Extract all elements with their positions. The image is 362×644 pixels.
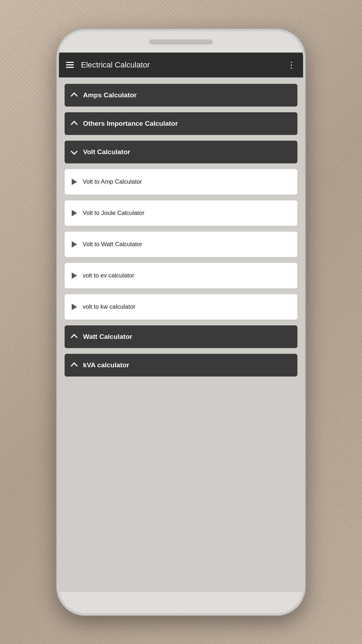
volt-to-kw-item[interactable]: volt to kw calculator (65, 294, 297, 320)
phone-frame: Electrical Calculator ⋮ Amps Calculator … (57, 29, 305, 615)
volt-to-amp-item[interactable]: Volt to Amp Calculator (65, 169, 297, 195)
scroll-content: Amps Calculator Others Importance Calcul… (59, 77, 303, 592)
play-icon (72, 241, 77, 248)
play-icon (72, 210, 77, 216)
chevron-down-icon (71, 148, 78, 155)
play-icon (72, 179, 77, 185)
kva-calculator-header[interactable]: kVA calculator (65, 354, 297, 377)
volt-calculator-header[interactable]: Volt Calculator (65, 141, 297, 163)
watt-calculator-header[interactable]: Watt Calculator (65, 325, 297, 348)
chevron-up-icon (71, 92, 78, 99)
amps-calculator-label: Amps Calculator (83, 91, 290, 99)
volt-to-joule-item[interactable]: Volt to Joule Calculator (65, 200, 297, 226)
volt-to-watt-item[interactable]: Volt to Watt Calculator (65, 232, 297, 257)
play-icon (72, 272, 77, 279)
phone-top (59, 31, 303, 53)
volt-to-amp-label: Volt to Amp Calculator (83, 178, 142, 185)
kva-calculator-label: kVA calculator (83, 361, 290, 369)
volt-calculator-label: Volt Calculator (83, 148, 290, 156)
phone-bottom (59, 592, 303, 613)
volt-to-joule-label: Volt to Joule Calculator (83, 210, 144, 217)
app-title: Electrical Calculator (81, 60, 287, 70)
more-options-icon[interactable]: ⋮ (287, 60, 296, 70)
chevron-up-icon (71, 362, 78, 369)
volt-to-watt-label: Volt to Watt Calculator (83, 241, 142, 248)
play-icon (72, 304, 77, 310)
hamburger-menu-icon[interactable] (66, 62, 74, 68)
watt-calculator-label: Watt Calculator (83, 333, 290, 341)
volt-to-ev-item[interactable]: volt to ev calculator (65, 263, 297, 288)
chevron-up-icon (71, 334, 78, 341)
chevron-up-icon (71, 121, 78, 128)
app-bar: Electrical Calculator ⋮ (59, 53, 303, 77)
volt-to-ev-label: volt to ev calculator (83, 272, 135, 279)
others-importance-calculator-label: Others Importance Calculator (83, 120, 290, 128)
amps-calculator-header[interactable]: Amps Calculator (65, 84, 297, 107)
speaker (149, 39, 213, 44)
others-importance-calculator-header[interactable]: Others Importance Calculator (65, 112, 297, 135)
phone-screen: Electrical Calculator ⋮ Amps Calculator … (59, 53, 303, 592)
volt-to-kw-label: volt to kw calculator (83, 303, 135, 310)
